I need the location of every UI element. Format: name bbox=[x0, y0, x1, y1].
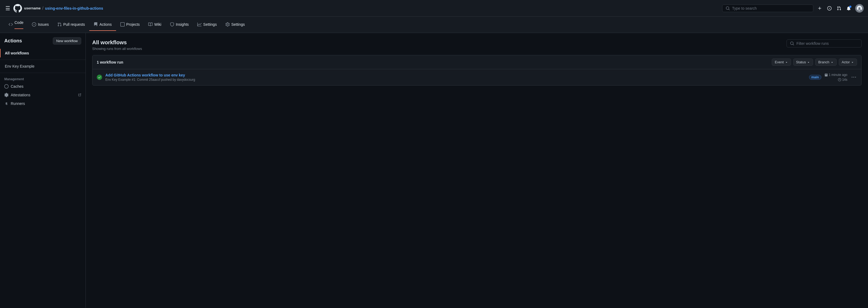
run-more-button[interactable] bbox=[850, 74, 857, 81]
status-filter-button[interactable]: Status bbox=[793, 58, 813, 66]
main-layout: Actions New workflow All workflows Env K… bbox=[0, 33, 868, 308]
runs-header: 1 workflow run Event Status bbox=[92, 55, 861, 69]
sidebar-header: Actions New workflow bbox=[0, 37, 86, 49]
run-duration-row: 14s bbox=[838, 78, 847, 82]
notification-dot bbox=[849, 6, 851, 8]
notifications-button[interactable] bbox=[845, 5, 852, 11]
git-icon-button[interactable] bbox=[836, 5, 842, 11]
sidebar-item-env-key-example[interactable]: Env Key Example bbox=[0, 62, 86, 71]
sidebar-item-all-workflows[interactable]: All workflows bbox=[0, 49, 86, 57]
runners-item-left: Runners bbox=[4, 102, 25, 106]
nav-projects-label: Projects bbox=[126, 22, 140, 27]
event-chevron-icon bbox=[785, 61, 788, 64]
actor-filter-label: Actor bbox=[842, 60, 850, 64]
sidebar-item-caches[interactable]: Caches bbox=[0, 82, 86, 91]
repo-owner[interactable]: username bbox=[24, 6, 40, 10]
run-title[interactable]: Add GitHub Actions workflow to use env k… bbox=[105, 73, 806, 77]
nav-actions-label: Actions bbox=[99, 22, 112, 27]
branch-filter-button[interactable]: Branch bbox=[815, 58, 836, 66]
hamburger-button[interactable]: ☰ bbox=[4, 4, 11, 12]
runs-container: 1 workflow run Event Status bbox=[92, 55, 862, 86]
caches-label: Caches bbox=[11, 84, 23, 88]
sidebar-item-attestations[interactable]: Attestations bbox=[0, 91, 86, 99]
management-header: Management bbox=[0, 75, 86, 82]
git-pull-request-icon bbox=[837, 6, 841, 10]
insights-nav-icon bbox=[197, 22, 202, 27]
external-link-icon bbox=[78, 93, 81, 96]
env-key-example-label: Env Key Example bbox=[5, 64, 35, 68]
run-info: Add GitHub Actions workflow to use env k… bbox=[105, 73, 806, 82]
cache-icon bbox=[4, 84, 8, 88]
event-filter-label: Event bbox=[775, 60, 783, 64]
attestations-item-left: Attestations bbox=[4, 93, 30, 97]
run-duration: 14s bbox=[842, 78, 847, 82]
issue-icon bbox=[827, 6, 832, 10]
issue-button[interactable] bbox=[826, 5, 833, 11]
nav-item-code[interactable]: Code bbox=[4, 17, 28, 33]
nav-item-settings[interactable]: Settings bbox=[221, 19, 249, 31]
pulls-nav-icon bbox=[57, 22, 62, 27]
topbar-search: Type to search bbox=[722, 5, 813, 12]
plus-button[interactable] bbox=[816, 5, 823, 11]
runners-label: Runners bbox=[11, 102, 25, 106]
attestation-icon bbox=[4, 93, 8, 97]
repo-name[interactable]: using-env-files-in-github-actions bbox=[45, 6, 103, 10]
topbar: ☰ username / using-env-files-in-github-a… bbox=[0, 0, 868, 17]
all-workflows-label: All workflows bbox=[5, 51, 29, 55]
actor-chevron-icon bbox=[851, 61, 854, 64]
nav-item-insights[interactable]: Settings bbox=[193, 19, 221, 31]
nav-insights-label: Settings bbox=[203, 22, 217, 27]
code-nav-icon bbox=[8, 22, 13, 27]
nav-wiki-label: Wiki bbox=[154, 22, 161, 27]
event-filter-button[interactable]: Event bbox=[772, 58, 791, 66]
caches-item-left: Caches bbox=[4, 84, 23, 88]
nav-item-projects[interactable]: Projects bbox=[116, 19, 144, 31]
status-filter-label: Status bbox=[796, 60, 806, 64]
attestations-label: Attestations bbox=[11, 93, 30, 97]
content-title-group: All workflows Showing runs from all work… bbox=[92, 39, 142, 51]
more-options-icon bbox=[851, 75, 856, 79]
nav-item-issues[interactable]: Issues bbox=[28, 19, 53, 31]
status-chevron-icon bbox=[807, 61, 810, 64]
run-status-success-icon bbox=[97, 75, 102, 80]
search-placeholder: Type to search bbox=[732, 6, 757, 10]
actor-filter-button[interactable]: Actor bbox=[839, 58, 857, 66]
run-branch-badge[interactable]: main bbox=[809, 75, 822, 80]
sidebar: Actions New workflow All workflows Env K… bbox=[0, 33, 86, 308]
page-subtitle: Showing runs from all workflows bbox=[92, 47, 142, 51]
runner-icon bbox=[4, 102, 8, 106]
filter-search-bar[interactable]: Filter workflow runs bbox=[786, 39, 862, 48]
runs-count: 1 workflow run bbox=[97, 60, 123, 64]
settings-nav-icon bbox=[225, 22, 230, 27]
breadcrumb: username / using-env-files-in-github-act… bbox=[24, 6, 103, 11]
main-content: All workflows Showing runs from all work… bbox=[86, 33, 868, 308]
filter-search-icon bbox=[790, 41, 794, 46]
filter-placeholder: Filter workflow runs bbox=[797, 41, 829, 46]
nav-item-wiki[interactable]: Wiki bbox=[144, 19, 165, 31]
security-nav-icon bbox=[170, 22, 174, 27]
branch-chevron-icon bbox=[831, 61, 834, 64]
breadcrumb-separator: / bbox=[42, 6, 43, 11]
content-header: All workflows Showing runs from all work… bbox=[92, 39, 862, 51]
run-time-info: 1 minute ago 14s bbox=[825, 73, 847, 82]
page-title: All workflows bbox=[92, 39, 142, 46]
nav-pulls-label: Pull requests bbox=[63, 22, 85, 27]
new-workflow-button[interactable]: New workflow bbox=[53, 37, 81, 45]
avatar[interactable] bbox=[855, 4, 864, 12]
calendar-icon bbox=[825, 73, 828, 77]
plus-icon bbox=[817, 6, 822, 10]
global-search-bar[interactable]: Type to search bbox=[722, 5, 813, 12]
run-time-ago: 1 minute ago bbox=[829, 73, 847, 77]
nav-item-actions[interactable]: Actions bbox=[89, 19, 116, 31]
sidebar-item-runners[interactable]: Runners bbox=[0, 99, 86, 108]
run-meta: Env Key Example #1: Commit 25aaccf pushe… bbox=[105, 78, 806, 82]
nav-code-label: Code bbox=[14, 20, 23, 29]
nav-item-security[interactable]: Insights bbox=[166, 19, 193, 31]
branch-filter-label: Branch bbox=[818, 60, 829, 64]
run-item: Add GitHub Actions workflow to use env k… bbox=[92, 69, 861, 85]
nav-item-pulls[interactable]: Pull requests bbox=[53, 19, 89, 31]
run-time-ago-row: 1 minute ago bbox=[825, 73, 847, 77]
search-icon bbox=[726, 6, 730, 10]
nav-issues-label: Issues bbox=[38, 22, 49, 27]
runs-filters: Event Status Branch bbox=[772, 58, 857, 66]
